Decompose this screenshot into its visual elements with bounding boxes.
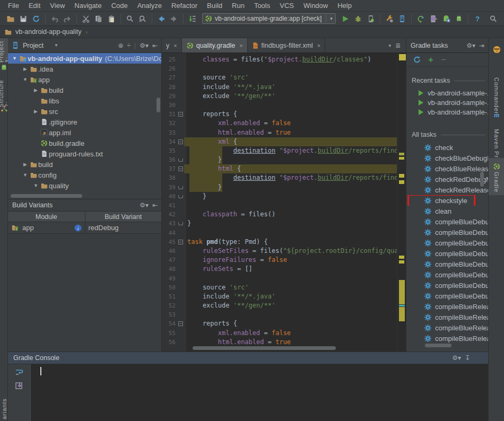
- forward-icon[interactable]: [168, 13, 180, 24]
- code-line[interactable]: 42 classpath = files(): [162, 210, 406, 219]
- stripe-mark[interactable]: [399, 305, 405, 306]
- tab-y[interactable]: y×: [162, 38, 182, 52]
- hide-panel-icon[interactable]: ↧: [465, 354, 470, 362]
- locate-icon[interactable]: ⊕: [118, 42, 123, 49]
- maven-icon[interactable]: m: [489, 111, 504, 119]
- copy-icon[interactable]: [92, 13, 105, 24]
- code-line[interactable]: 26: [162, 64, 406, 73]
- close-icon[interactable]: ×: [173, 42, 177, 49]
- recent-task-row[interactable]: vb-android-sample-...: [406, 88, 488, 98]
- tree-item-build[interactable]: ▶build: [8, 159, 161, 170]
- task-row-compilebluedebu[interactable]: compileBlueDebu: [406, 227, 488, 238]
- vertical-scrollbar[interactable]: [480, 172, 484, 187]
- tree-item-src[interactable]: ▶src: [8, 106, 161, 117]
- gear-icon[interactable]: ⚙▾: [452, 354, 461, 362]
- tree-expand-arrow[interactable]: ▶: [32, 87, 39, 93]
- fold-marker[interactable]: [178, 219, 184, 228]
- code-line[interactable]: 39 }: [162, 183, 406, 192]
- tree-expand-arrow[interactable]: ▼: [32, 183, 39, 188]
- close-icon[interactable]: ×: [317, 42, 320, 49]
- search-icon[interactable]: [124, 13, 136, 24]
- tree-expand-arrow[interactable]: ▼: [11, 56, 18, 61]
- task-row-compilebluerelea[interactable]: compileBlueRelea: [406, 312, 488, 322]
- tree-item--idea[interactable]: ▶.idea: [8, 64, 161, 74]
- horizontal-scrollbar[interactable]: [425, 344, 451, 347]
- menu-item-view[interactable]: View: [45, 1, 69, 11]
- tree-expand-arrow[interactable]: ▶: [22, 162, 29, 167]
- fold-marker[interactable]: [178, 192, 184, 201]
- hide-panel-icon[interactable]: ⇤: [152, 42, 158, 49]
- stripe-mark[interactable]: [399, 54, 406, 60]
- gear-icon[interactable]: ⚙▾: [140, 201, 149, 209]
- lines-icon[interactable]: [186, 13, 199, 24]
- task-row-compilebluedebu[interactable]: compileBlueDebu: [406, 291, 488, 301]
- fold-marker[interactable]: [178, 183, 184, 192]
- soft-wrap-icon[interactable]: [15, 368, 23, 376]
- commander-icon[interactable]: [489, 46, 504, 54]
- tab-quality-gradle[interactable]: quality.gradle×: [182, 38, 248, 52]
- code-line[interactable]: 50 source 'src': [162, 283, 406, 292]
- gear-icon[interactable]: ⚙▾: [466, 42, 475, 49]
- tree-item-config[interactable]: ▼config: [8, 170, 161, 180]
- tool-button-structure[interactable]: 7: Structure: [0, 75, 8, 107]
- debug-icon[interactable]: [352, 13, 364, 24]
- code-line[interactable]: 47 ignoreFailures = false: [162, 256, 406, 265]
- task-row-compilebluerelea[interactable]: compileBlueRelea: [406, 322, 488, 333]
- task-row-clean[interactable]: clean: [406, 206, 488, 216]
- tree-item-build-gradle[interactable]: build.gradle: [8, 138, 161, 148]
- android-icon[interactable]: [453, 13, 465, 24]
- gear-icon[interactable]: ⚙▾: [140, 42, 149, 49]
- back-icon[interactable]: [155, 13, 168, 24]
- android-icon[interactable]: [0, 64, 8, 71]
- task-row-compilebluedebu[interactable]: compileBlueDebu: [406, 248, 488, 259]
- hide-panel-icon[interactable]: ⇥: [479, 42, 484, 49]
- code-line[interactable]: 25 classes = files("$project.buildDir/cl…: [162, 55, 406, 64]
- menu-item-help[interactable]: Help: [333, 1, 357, 11]
- code-line[interactable]: 43}: [162, 219, 406, 228]
- menu-item-build[interactable]: Build: [202, 1, 227, 11]
- horizontal-scrollbar[interactable]: [186, 346, 397, 350]
- tree-item-proguard-rules-txt[interactable]: proguard-rules.txt: [8, 148, 161, 159]
- code-line[interactable]: 28 include '**/*.java': [162, 83, 406, 92]
- menu-item-analyze[interactable]: Analyze: [133, 1, 167, 11]
- tree-expand-arrow[interactable]: ▶: [32, 109, 39, 114]
- code-line[interactable]: 52 exclude '**/gen/**': [162, 301, 406, 310]
- save-icon[interactable]: [17, 13, 30, 24]
- gradle-sync-icon[interactable]: [414, 13, 427, 24]
- menu-item-refactor[interactable]: Refactor: [167, 1, 202, 11]
- device-monitor-icon[interactable]: [427, 13, 440, 24]
- tree-expand-arrow[interactable]: ▶: [22, 66, 29, 72]
- remove-icon[interactable]: −: [438, 55, 449, 65]
- code-line[interactable]: 41: [162, 201, 406, 210]
- task-row-checkstyle[interactable]: checkstyle: [406, 195, 488, 206]
- code-editor[interactable]: 25 classes = files("$project.buildDir/cl…: [162, 53, 406, 352]
- tree-item-build[interactable]: ▶build: [8, 85, 161, 95]
- fold-marker[interactable]: [178, 155, 184, 164]
- stripe-mark[interactable]: [399, 153, 404, 155]
- task-row-compilebluedebu[interactable]: compileBlueDebu: [406, 269, 488, 280]
- fold-marker[interactable]: [178, 319, 184, 328]
- menu-item-window[interactable]: Window: [299, 1, 333, 11]
- code-line[interactable]: 44: [162, 229, 406, 238]
- horizontal-scrollbar[interactable]: [11, 194, 82, 198]
- replace-icon[interactable]: [136, 13, 149, 24]
- task-row-checkbluerelease[interactable]: checkBlueRelease: [406, 163, 488, 174]
- run-configuration-select[interactable]: vb-android-sample-gradle:app [check] ▼: [202, 13, 336, 24]
- tool-button-gradle[interactable]: Gradle: [489, 158, 504, 195]
- code-line[interactable]: 49: [162, 274, 406, 283]
- code-line[interactable]: 33 html.enabled = true: [162, 128, 406, 137]
- code-line[interactable]: 48 ruleSets = []: [162, 265, 406, 274]
- code-line[interactable]: 27 source 'src': [162, 73, 406, 82]
- recent-task-row[interactable]: vb-android-sample-...: [406, 98, 488, 107]
- undo-icon[interactable]: [48, 13, 61, 24]
- task-row-compilebluerelea[interactable]: compileBlueRelea: [406, 301, 488, 312]
- code-line[interactable]: 35 destination "$project.buildDir/report…: [162, 146, 406, 155]
- scroll-to-end-icon[interactable]: [15, 381, 23, 390]
- vertical-scrollbar[interactable]: [157, 98, 160, 112]
- add-icon[interactable]: +: [425, 55, 436, 65]
- task-row-check[interactable]: check: [406, 142, 488, 153]
- fold-marker[interactable]: [178, 164, 184, 173]
- code-line[interactable]: 34 xml {: [162, 137, 406, 146]
- search-everywhere-icon[interactable]: [487, 13, 500, 24]
- hierarchy-icon[interactable]: [0, 105, 8, 112]
